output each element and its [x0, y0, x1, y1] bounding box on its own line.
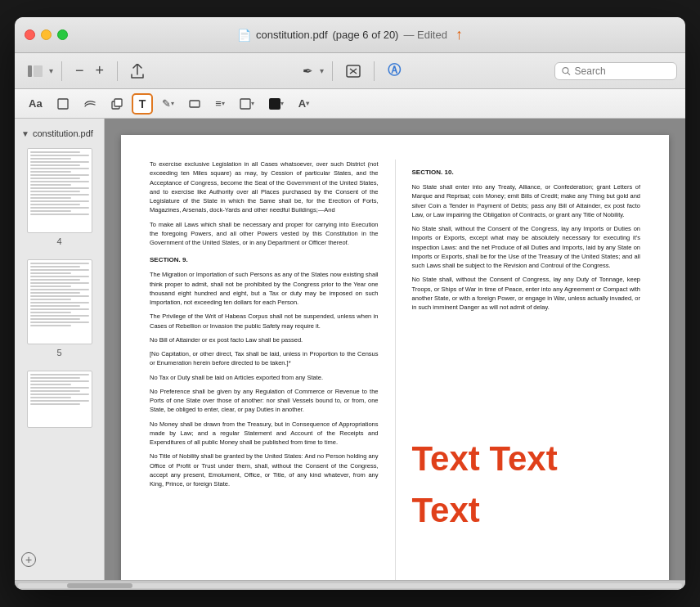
thumb-line — [30, 289, 89, 290]
thumb-line — [30, 161, 89, 163]
redact-button[interactable] — [341, 61, 366, 81]
pdf-s9-para5: No Tax or Duty shall be laid on Articles… — [150, 373, 379, 382]
minimize-button[interactable] — [41, 29, 52, 40]
annotate-button[interactable]: Ⓐ — [383, 59, 406, 83]
scrollbar-track — [18, 583, 682, 588]
overlay-text-annotation[interactable]: Text Text Text — [412, 433, 608, 536]
title-bar: 📄 constitution.pdf (page 6 of 20) — Edit… — [15, 17, 685, 53]
thumb-line — [30, 380, 89, 382]
sidebar-collapse-arrow[interactable]: ▼ — [21, 129, 29, 138]
zoom-out-button[interactable]: − — [70, 59, 89, 83]
thumb-line — [30, 302, 89, 304]
sidebar-toggle-button[interactable] — [23, 62, 47, 80]
pdf-s10-para1: No State shall enter into any Treaty, Al… — [412, 182, 641, 219]
shapes-button[interactable] — [105, 96, 128, 112]
text-tool-button[interactable]: T — [132, 93, 154, 115]
page-number-4: 4 — [56, 236, 61, 246]
align-button[interactable]: ≡▾ — [209, 95, 231, 112]
horizontal-scrollbar[interactable] — [15, 580, 685, 590]
color-button[interactable]: ▾ — [263, 96, 289, 112]
section10-heading: SECTION. 10. — [412, 168, 641, 178]
svg-line-6 — [568, 72, 569, 74]
thumb-line — [30, 263, 89, 264]
thumb-line — [30, 403, 80, 405]
pdf-left-column: To exercise exclusive Legislation in all… — [150, 160, 379, 580]
thumb-line — [30, 292, 80, 294]
pdf-s9-para8: No Title of Nobility shall be granted by… — [150, 452, 379, 488]
thumb-line — [30, 315, 89, 317]
font-button[interactable]: Aa — [23, 95, 48, 112]
thumb-line — [30, 164, 80, 166]
page-thumbnail-5[interactable]: 5 — [15, 253, 104, 364]
thumb-line — [30, 269, 89, 271]
pdf-s10-para3: No State shall, without the Consent of C… — [412, 275, 641, 312]
thumb-line — [30, 295, 89, 297]
sidebar: ▼ constitution.pdf — [15, 119, 105, 580]
sign-button[interactable]: ✎▾ — [156, 95, 180, 112]
thumb-line — [30, 266, 80, 268]
zoom-in-button[interactable]: + — [91, 59, 110, 83]
thumb-line — [30, 200, 89, 202]
thumb-line — [30, 187, 89, 189]
border-button[interactable]: ▾ — [234, 96, 260, 112]
thumb-line — [30, 377, 80, 379]
highlight-button[interactable] — [78, 97, 102, 111]
page-thumbnail-4[interactable]: 4 — [15, 142, 104, 253]
sign-dropdown-arrow: ▾ — [171, 100, 174, 107]
redact-tool-button[interactable] — [183, 97, 206, 110]
thumb-line — [30, 305, 80, 307]
pdf-area[interactable]: To exercise exclusive Legislation in all… — [105, 119, 685, 580]
share-button[interactable] — [126, 61, 149, 82]
fullscreen-button[interactable] — [57, 29, 68, 40]
svg-rect-12 — [269, 98, 280, 110]
pdf-s9-para2: The Privilege of the Writ of Habeas Corp… — [150, 312, 379, 330]
thumb-line — [30, 282, 89, 284]
text-tool-label: T — [139, 97, 146, 110]
close-button[interactable] — [25, 29, 35, 40]
pdf-s9-para7: No Money shall be drawn from the Treasur… — [150, 420, 379, 447]
sidebar-filename: constitution.pdf — [33, 128, 93, 138]
traffic-lights — [25, 29, 68, 40]
thumb-line — [30, 325, 71, 326]
pdf-page: To exercise exclusive Legislation in all… — [121, 135, 669, 580]
section9-heading: SECTION. 9. — [150, 255, 379, 265]
search-input[interactable] — [575, 65, 670, 77]
page-thumbnail-6[interactable] — [15, 364, 104, 434]
thumb-line — [30, 178, 80, 179]
svg-rect-9 — [114, 99, 122, 106]
thumb-line — [30, 171, 71, 173]
select-tool-button[interactable] — [52, 96, 74, 112]
pen-tool-button[interactable]: ✒ — [298, 61, 318, 82]
svg-rect-10 — [190, 101, 200, 107]
thumb-image-4 — [27, 148, 92, 233]
thumb-line — [30, 184, 71, 186]
pdf-para-2: To make all Laws which shall be necessar… — [150, 220, 379, 248]
svg-rect-11 — [240, 99, 250, 109]
add-page-button[interactable]: + — [21, 552, 36, 567]
scrollbar-thumb[interactable] — [67, 583, 132, 588]
edited-status: — Edited — [403, 29, 446, 41]
separator-1 — [61, 61, 62, 81]
thumb-line — [30, 312, 71, 313]
svg-rect-0 — [28, 65, 32, 77]
thumb-image-6 — [27, 371, 92, 428]
thumb-line — [30, 308, 89, 310]
thumb-line — [30, 207, 89, 209]
main-toolbar: ▾ − + ✒ ▾ Ⓐ — [15, 53, 685, 89]
pdf-right-column: SECTION. 10. No State shall enter into a… — [412, 160, 641, 580]
thumb-line — [30, 197, 71, 199]
border-dropdown-arrow: ▾ — [251, 100, 254, 107]
secondary-toolbar: Aa T ✎▾ ≡▾ — [15, 89, 685, 119]
add-page-button-area: + — [15, 546, 104, 573]
thumb-line — [30, 397, 71, 398]
svg-rect-1 — [34, 65, 43, 77]
sidebar-dropdown-arrow: ▾ — [49, 66, 53, 75]
style-button[interactable]: A▾ — [293, 95, 315, 112]
zoom-group: − + — [70, 59, 109, 83]
thumb-line — [30, 387, 89, 389]
thumb-line — [30, 318, 80, 320]
search-box — [554, 62, 677, 80]
pdf-s9-para4: [No Capitation, or other direct, Tax sha… — [150, 349, 379, 368]
pdf-icon: 📄 — [237, 29, 251, 42]
pdf-s9-para6: No Preference shall be given by any Regu… — [150, 387, 379, 415]
